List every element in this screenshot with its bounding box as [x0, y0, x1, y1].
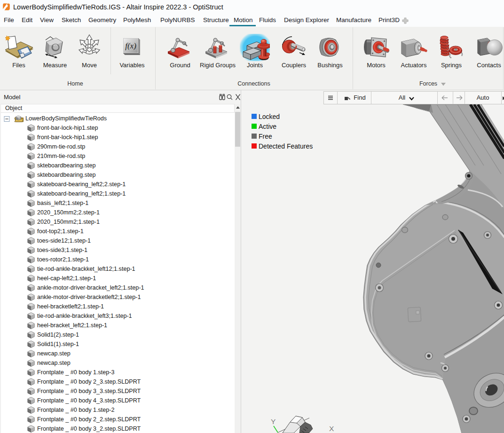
- svg-text:f(x): f(x): [125, 41, 136, 50]
- svg-text:Y: Y: [271, 417, 276, 425]
- svg-text:X: X: [329, 425, 334, 433]
